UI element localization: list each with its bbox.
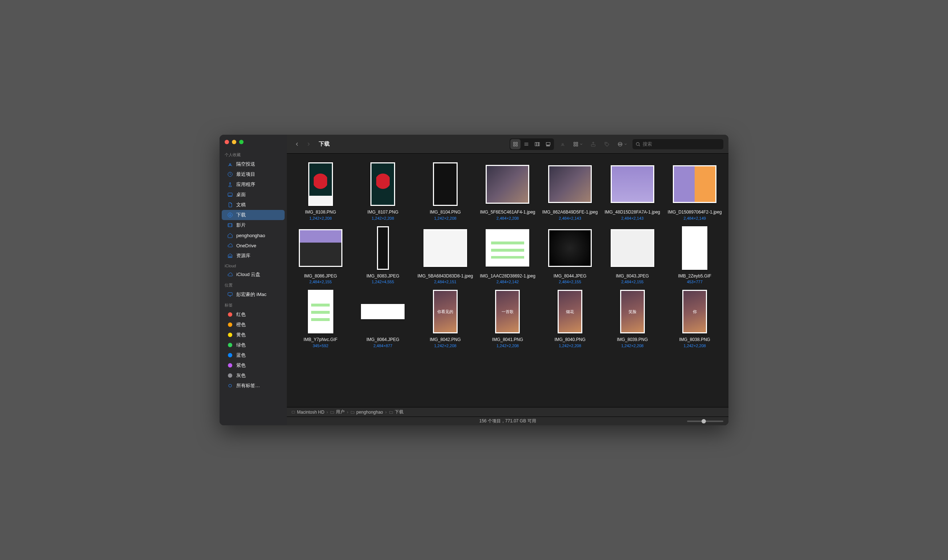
file-item[interactable]: IMG_D150897064F2-1.jpeg2,484×2,149 [664, 161, 725, 220]
tag-icon [227, 352, 233, 358]
close-button[interactable] [225, 140, 229, 144]
file-name: IMG_5BA6843D83D8-1.jpeg [418, 274, 473, 279]
file-name: IMG_8042.PNG [430, 337, 460, 343]
file-name: IMG_8083.JPEG [366, 274, 400, 279]
finder-window: 个人收藏隔空投送最近项目应用程序桌面文稿下载影片penghonghaoOneDr… [219, 135, 729, 425]
alltags-icon [227, 382, 233, 389]
sidebar-item-penghonghao[interactable]: penghonghao [222, 230, 285, 240]
action-menu-button[interactable] [616, 139, 629, 149]
status-text: 156 个项目，771.07 GB 可用 [479, 418, 536, 424]
sidebar-item-最近项目[interactable]: 最近项目 [222, 169, 285, 179]
svg-point-39 [636, 142, 639, 145]
sidebar-item-onedrive[interactable]: OneDrive [222, 240, 285, 251]
file-item[interactable]: IMB_Y7pNvc.GIF345×592 [290, 288, 351, 348]
view-icons-button[interactable] [510, 139, 520, 149]
sidebar-item-影片[interactable]: 影片 [222, 220, 285, 230]
svg-point-0 [229, 163, 231, 165]
sidebar-item-label: 橙色 [236, 322, 246, 328]
tag-button[interactable] [602, 139, 612, 149]
clock-icon [227, 171, 233, 178]
sidebar-section-label: 个人收藏 [219, 149, 287, 159]
sidebar-item-资源库[interactable]: 资源库 [222, 251, 285, 261]
file-thumbnail: 一首歌 [484, 288, 531, 335]
file-dimensions: 1,242×2,208 [372, 216, 394, 220]
tag-icon [227, 342, 233, 348]
file-item[interactable]: IMG_5BA6843D83D8-1.jpeg2,484×2,151 [415, 225, 476, 285]
file-item[interactable]: IMG_1AAC28D38692-1.jpeg2,484×2,142 [478, 225, 538, 285]
sidebar-item-蓝色[interactable]: 蓝色 [222, 350, 285, 360]
file-item[interactable]: IMG_8107.PNG1,242×2,208 [353, 161, 413, 220]
airdrop-toolbar-icon[interactable] [557, 139, 568, 149]
tag-icon [227, 372, 233, 379]
file-item[interactable]: IMG_48D15D28FA7A-1.jpeg2,484×2,143 [602, 161, 662, 220]
file-thumbnail: 你 [672, 288, 718, 335]
file-item[interactable]: IMG_8083.JPEG1,242×4,555 [353, 225, 413, 285]
sidebar-item-label: 资源库 [236, 252, 250, 259]
view-list-button[interactable] [521, 139, 531, 149]
file-item[interactable]: IMB_2Zeyb5.GIF453×777 [664, 225, 725, 285]
file-name: IMG_5F6E5C461AF4-1.jpeg [480, 209, 535, 215]
file-name: IMB_2Zeyb5.GIF [678, 274, 711, 279]
svg-rect-12 [228, 293, 232, 295]
share-button[interactable] [588, 139, 598, 149]
file-name: IMG_8043.JPEG [616, 274, 649, 279]
sidebar-item-文稿[interactable]: 文稿 [222, 200, 285, 210]
file-item[interactable]: IMG_862A6B49D5FE-1.jpeg2,484×2,143 [540, 161, 600, 220]
sidebar-item-icloud 云盘[interactable]: iCloud 云盘 [222, 269, 285, 280]
nav-forward-button[interactable] [304, 139, 314, 149]
svg-point-34 [605, 143, 606, 143]
library-icon [227, 252, 233, 259]
sidebar-item-绿色[interactable]: 绿色 [222, 340, 285, 350]
group-menu-button[interactable] [571, 139, 585, 149]
sidebar-item-橙色[interactable]: 橙色 [222, 320, 285, 330]
zoom-slider[interactable] [687, 420, 723, 422]
breadcrumb[interactable]: 下载 [389, 409, 403, 415]
breadcrumb[interactable]: penghonghao [350, 410, 383, 415]
file-thumbnail [422, 161, 469, 208]
file-item[interactable]: IMG_8104.PNG1,242×2,208 [415, 161, 476, 220]
sidebar: 个人收藏隔空投送最近项目应用程序桌面文稿下载影片penghonghaoOneDr… [219, 135, 287, 425]
sidebar-item-紫色[interactable]: 紫色 [222, 360, 285, 371]
file-item[interactable]: IMG_8044.JPEG2,484×2,155 [540, 225, 600, 285]
view-columns-button[interactable] [532, 139, 542, 149]
file-item[interactable]: 笑脸IMG_8039.PNG1,242×2,208 [602, 288, 662, 348]
sidebar-item-红色[interactable]: 红色 [222, 309, 285, 320]
sidebar-item-彭宏豪的 imac[interactable]: 彭宏豪的 iMac [222, 289, 285, 300]
file-dimensions: 1,242×2,208 [309, 216, 332, 220]
file-item[interactable]: 一首歌IMG_8041.PNG1,242×2,208 [478, 288, 538, 348]
file-item[interactable]: IMG_8064.JPEG2,484×877 [353, 288, 413, 348]
fullscreen-button[interactable] [239, 140, 244, 144]
file-item[interactable]: IMG_8043.JPEG2,484×2,155 [602, 225, 662, 285]
sidebar-item-label: penghonghao [236, 233, 266, 238]
tag-icon [227, 362, 233, 369]
sidebar-item-下载[interactable]: 下载 [222, 210, 285, 220]
sidebar-item-所有标签…[interactable]: 所有标签… [222, 381, 285, 391]
file-item[interactable]: 你IMG_8038.PNG1,242×2,208 [664, 288, 725, 348]
tag-icon [227, 322, 233, 328]
sidebar-item-label: 隔空投送 [236, 161, 255, 168]
file-item[interactable]: IMG_5F6E5C461AF4-1.jpeg2,484×2,208 [478, 161, 538, 220]
search-input[interactable] [643, 141, 721, 147]
sidebar-item-隔空投送[interactable]: 隔空投送 [222, 159, 285, 169]
file-item[interactable]: IMG_8086.JPEG2,484×2,155 [290, 225, 351, 285]
sidebar-item-黄色[interactable]: 黄色 [222, 330, 285, 340]
view-gallery-button[interactable] [543, 139, 553, 149]
sidebar-item-label: 所有标签… [236, 382, 260, 389]
sidebar-item-灰色[interactable]: 灰色 [222, 371, 285, 381]
file-item[interactable]: 你看见的IMG_8042.PNG1,242×2,208 [415, 288, 476, 348]
path-bar: Macintosh HD›用户›penghonghao›下载 [287, 407, 729, 417]
file-item[interactable]: IMG_8108.PNG1,242×2,208 [290, 161, 351, 220]
minimize-button[interactable] [232, 140, 236, 144]
breadcrumb[interactable]: Macintosh HD [291, 410, 324, 415]
file-item[interactable]: 烟花IMG_8040.PNG1,242×2,208 [540, 288, 600, 348]
content-area[interactable]: IMG_8108.PNG1,242×2,208IMG_8107.PNG1,242… [287, 154, 729, 407]
svg-rect-27 [549, 145, 550, 146]
nav-back-button[interactable] [292, 139, 302, 149]
svg-rect-15 [516, 142, 517, 143]
file-dimensions: 2,484×2,143 [559, 216, 581, 220]
file-name: IMG_1AAC28D38692-1.jpeg [480, 274, 536, 279]
breadcrumb[interactable]: 用户 [330, 409, 344, 415]
sidebar-item-桌面[interactable]: 桌面 [222, 189, 285, 200]
search-field[interactable] [633, 139, 723, 149]
sidebar-item-应用程序[interactable]: 应用程序 [222, 179, 285, 189]
